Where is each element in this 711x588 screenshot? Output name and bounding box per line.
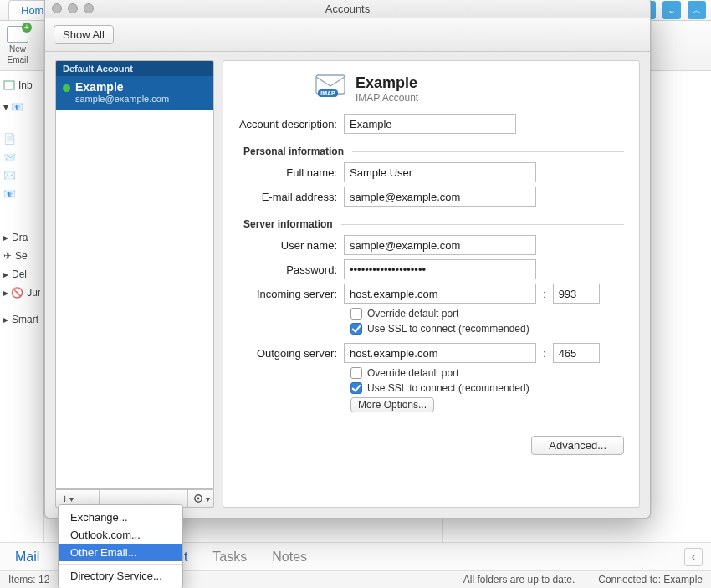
menu-item-outlook[interactable]: Outlook.com... [59,526,182,544]
incoming-override-port-checkbox[interactable] [350,308,362,320]
folder-deleted[interactable]: ▸ Del [3,265,40,284]
status-sync: All folders are up to date. [463,574,575,585]
account-list-header: Default Account [56,61,213,76]
svg-rect-0 [4,81,14,89]
envelope-plus-icon [7,26,28,43]
account-description-field[interactable] [344,114,516,134]
account-list-item[interactable]: Example sample@example.com [56,76,213,110]
incoming-server-field[interactable] [344,284,536,304]
label-outgoing: Outgoing server: [235,347,344,360]
svg-text:IMAP: IMAP [320,90,335,96]
folder-sent[interactable]: ✈ Se [3,247,40,265]
tab-notes[interactable]: Notes [272,550,307,565]
outgoing-override-port-checkbox[interactable] [350,367,362,379]
account-title: Example [356,74,418,92]
label-fullname: Full name: [235,166,344,179]
outgoing-ssl-label: Use SSL to connect (recommended) [367,382,529,394]
imap-envelope-icon: IMAP [315,74,345,98]
folder-inbox[interactable]: Inb [3,76,40,95]
menu-item-other-email[interactable]: Other Email... [59,544,182,561]
outgoing-ssl-checkbox[interactable] [350,382,362,394]
inbox-icon [3,80,15,90]
outgoing-override-label: Override default port [367,367,458,379]
menu-item-directory[interactable]: Directory Service... [59,567,182,585]
account-actions-button[interactable]: ▾ [188,490,213,507]
advanced-button[interactable]: Advanced... [531,436,624,455]
full-name-field[interactable] [344,162,536,182]
outgoing-server-field[interactable] [344,343,536,363]
incoming-ssl-label: Use SSL to connect (recommended) [367,323,529,335]
section-server: Server information [243,218,624,230]
chevron-up-icon[interactable]: ︿ [688,1,706,19]
status-dot-icon [63,84,70,92]
label-description: Account description: [235,118,344,130]
add-account-menu: Exchange... Outlook.com... Other Email..… [58,504,183,588]
gear-icon [192,492,206,505]
label-username: User name: [235,239,344,252]
window-controls[interactable] [52,3,94,13]
dialog-title: Accounts [325,3,370,15]
svg-point-2 [197,498,199,500]
colon: : [543,347,546,360]
account-subtitle: IMAP Account [356,92,418,104]
folder-drafts[interactable]: ▸ Dra [3,228,40,247]
colon: : [543,288,546,300]
status-items: Items: 12 [8,574,49,585]
label-password: Password: [235,263,344,276]
email-address-field[interactable] [344,187,536,207]
accounts-dialog: Accounts Show All Default Account Exampl… [44,0,651,519]
label: New [7,44,28,55]
menu-separator [59,564,182,565]
new-email-button[interactable]: New Email [7,26,28,65]
chevron-down-icon[interactable]: ⌄ [662,1,681,19]
label-email: E-mail address: [235,191,344,203]
account-list: Default Account Example sample@example.c… [55,60,214,508]
dialog-toolbar: Show All [45,18,650,52]
user-name-field[interactable] [344,235,536,255]
account-detail: IMAP Example IMAP Account Account descri… [223,60,640,508]
incoming-ssl-checkbox[interactable] [350,323,362,335]
menu-item-exchange[interactable]: Exchange... [59,509,182,526]
dialog-titlebar: Accounts [45,0,650,18]
section-personal: Personal information [243,146,624,157]
label-incoming: Incoming server: [235,288,344,300]
tab-tasks[interactable]: Tasks [212,550,247,565]
label: Email [7,55,28,66]
folder-junk[interactable]: ▸ 🚫 Jur [3,284,40,302]
disclosure[interactable]: ▾ 📧 [3,98,40,116]
incoming-port-field [553,284,600,304]
pager-prev[interactable]: ‹ [684,548,703,566]
folder-smart[interactable]: ▸ Smart [3,310,40,329]
tab-mail[interactable]: Mail [15,550,39,565]
show-all-button[interactable]: Show All [54,25,114,44]
folder-pane[interactable]: Inb ▾ 📧 📄 📨 ✉️ 📧 ▸ Dra ✈ Se ▸ Del ▸ 🚫 Ju… [0,71,44,570]
more-options-button[interactable]: More Options... [350,397,434,412]
incoming-override-label: Override default port [367,308,458,320]
status-conn: Connected to: Example [598,574,703,585]
outgoing-port-field [553,343,600,363]
password-field[interactable] [344,259,536,279]
